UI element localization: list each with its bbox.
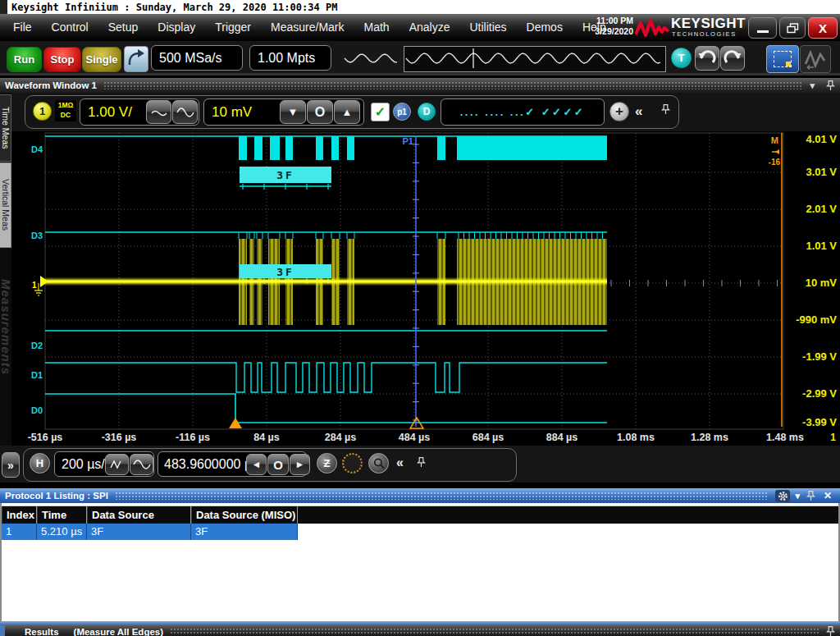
left-arrow-icon: ◄ <box>252 459 262 470</box>
digital-trace-d0 <box>45 394 607 423</box>
digital-trace-d4 <box>45 136 607 160</box>
stop-button[interactable]: Stop <box>43 47 81 72</box>
undo-button[interactable] <box>695 46 719 71</box>
channel-1-badge[interactable]: 1 <box>33 102 52 121</box>
timebase-value: 200 µs/ <box>55 457 105 472</box>
probe-badge[interactable]: p1 <box>393 103 411 121</box>
protocol-dropdown-icon[interactable]: ▾ <box>795 491 800 501</box>
column-header-1[interactable]: Time <box>37 506 87 524</box>
add-channel-button[interactable]: + <box>609 102 629 121</box>
position-left-button[interactable]: ◄ <box>246 454 267 475</box>
titlebar-texture <box>115 492 769 500</box>
trigger-badge[interactable]: T <box>671 48 692 68</box>
impedance-label: 1MΩ <box>55 101 76 111</box>
touch-button[interactable] <box>124 46 148 72</box>
results-pin-icon[interactable] <box>826 625 835 636</box>
column-header-2[interactable]: Data Source (MOSI) <box>87 506 191 524</box>
menu-item-setup[interactable]: Setup <box>98 14 148 41</box>
window-dropdown-icon[interactable]: ▾ <box>810 80 815 91</box>
waveform-window-titlebar[interactable]: Waveform Window 1 ▾ <box>0 78 840 93</box>
menu-item-measure-mark[interactable]: Measure/Mark <box>261 14 354 41</box>
column-header-3[interactable]: Data Source (MISO) <box>191 506 298 524</box>
minimize-icon <box>757 30 769 33</box>
search-zoom-button[interactable] <box>368 453 389 474</box>
digital-bus-indicator[interactable]: .... .... ...✓ ✓✓✓✓ <box>441 98 605 126</box>
dotted-marker-button[interactable] <box>342 453 363 474</box>
protocol-table-row[interactable]: 15.210 µs3F3F <box>2 524 838 540</box>
protocol-close-icon[interactable]: ✕ <box>824 490 832 501</box>
region-select-tool-button[interactable] <box>766 45 799 73</box>
menu-item-analyze[interactable]: Analyze <box>399 14 460 41</box>
offset-up-button[interactable]: ▲ <box>334 100 360 124</box>
row-cell-2[interactable]: 3F <box>87 524 191 540</box>
row-cell-1[interactable]: 5.210 µs <box>37 524 87 540</box>
redo-button[interactable] <box>720 46 745 71</box>
menu-item-file[interactable]: File <box>3 14 42 41</box>
offset-center-button[interactable]: O <box>307 100 333 124</box>
svg-text:-3.99 V: -3.99 V <box>802 416 837 428</box>
offset-down-button[interactable]: ▼ <box>280 100 306 124</box>
memory-depth-value: 1.00 Mpts <box>258 51 315 66</box>
run-label: Run <box>14 53 34 66</box>
position-center-button[interactable]: O <box>267 454 289 475</box>
plus-icon: + <box>615 103 623 120</box>
menu-items: FileControlSetupDisplayTriggerMeasure/Ma… <box>0 14 616 41</box>
channel-row-pin-icon[interactable] <box>661 103 670 116</box>
minimize-button[interactable] <box>748 17 777 39</box>
magnifier-icon <box>372 457 386 470</box>
menu-item-demos[interactable]: Demos <box>517 14 573 41</box>
scale-increase-button[interactable] <box>172 100 198 124</box>
small-sine-icon <box>150 107 168 118</box>
gear-icon <box>778 491 788 501</box>
timebase-zoom-out-button[interactable] <box>130 454 153 475</box>
menu-item-utilities[interactable]: Utilities <box>459 14 516 41</box>
pin-icon[interactable] <box>826 80 835 92</box>
collapse-horizontal-button[interactable]: « <box>396 455 404 470</box>
run-button[interactable]: Run <box>7 47 42 72</box>
oscilloscope-app: Keysight Infiniium : Sunday, March 29, 2… <box>0 0 840 636</box>
acquisition-overview[interactable] <box>404 46 666 72</box>
brand-name: KEYSIGHT <box>671 16 746 32</box>
menu-item-control[interactable]: Control <box>42 14 98 41</box>
waveform-plot[interactable]: M-163F3FP11D4D3D2D1D04.01 V3.01 V2.01 V1… <box>0 131 840 446</box>
row-cell-3[interactable]: 3F <box>191 524 298 540</box>
protocol-settings-button[interactable] <box>775 490 790 502</box>
svg-text:684 µs: 684 µs <box>472 432 504 443</box>
zoom-mode-button[interactable]: Z <box>317 453 337 474</box>
results-subtitle: (Measure All Edges) <box>74 625 164 636</box>
menu-item-trigger[interactable]: Trigger <box>205 14 261 41</box>
titlebar-nub <box>0 0 7 14</box>
restore-button[interactable] <box>779 17 806 39</box>
svg-text:484 µs: 484 µs <box>399 432 431 443</box>
menu-item-math[interactable]: Math <box>354 14 399 41</box>
protocol-pin-icon[interactable] <box>806 490 815 502</box>
collapse-controls-button[interactable]: « <box>635 103 642 120</box>
svg-text:-1.99 V: -1.99 V <box>802 350 837 363</box>
svg-text:M: M <box>771 135 778 145</box>
scale-decrease-button[interactable] <box>146 100 171 124</box>
results-panel-titlebar[interactable]: Results (Measure All Edges) <box>0 625 840 636</box>
protocol-table-header: IndexTimeData Source (MOSI)Data Source (… <box>2 506 838 525</box>
row-cell-0[interactable]: 1 <box>2 524 37 540</box>
column-header-0[interactable]: Index <box>2 506 37 524</box>
horizontal-row-pin-icon[interactable] <box>417 456 426 469</box>
svg-text:D0: D0 <box>31 405 43 415</box>
checkmark-icon: ✓ <box>375 104 386 120</box>
horizontal-badge[interactable]: H <box>30 453 50 474</box>
clock-time: 11:00 PM <box>574 16 633 26</box>
memory-depth-display: 1.00 Mpts <box>249 45 331 71</box>
digital-badge[interactable]: D <box>418 103 436 121</box>
close-button[interactable]: X <box>808 17 838 39</box>
expand-measurements-button[interactable]: » <box>2 452 20 478</box>
up-arrow-icon: ▲ <box>342 106 353 118</box>
position-right-button[interactable]: ► <box>290 454 310 475</box>
waveform-tool-button-disabled[interactable] <box>800 45 831 73</box>
channel-enable-checkbox[interactable]: ✓ <box>371 103 390 121</box>
protocol-panel-titlebar[interactable]: Protocol 1 Listing : SPI ▾ ✕ <box>0 488 840 503</box>
timebase-zoom-in-button[interactable] <box>105 454 129 475</box>
titlebar-texture <box>170 628 819 634</box>
single-button[interactable]: Single <box>82 47 121 72</box>
close-icon: X <box>819 21 827 35</box>
coupling-indicator[interactable]: 1MΩ DC <box>55 100 76 121</box>
menu-item-display[interactable]: Display <box>148 14 205 41</box>
